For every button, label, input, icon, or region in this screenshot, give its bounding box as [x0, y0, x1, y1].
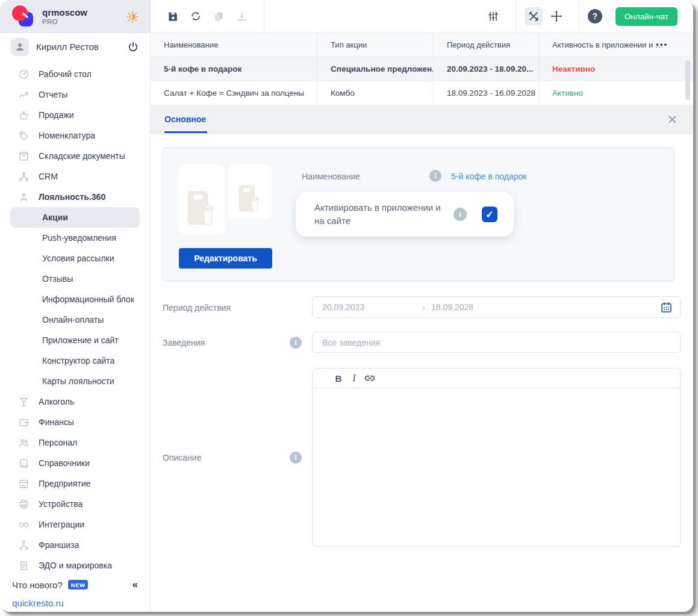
sidebar-item-crm[interactable]: CRM [0, 166, 150, 187]
sidebar-subitem-loyalty-cards[interactable]: Карты лояльности [10, 371, 140, 391]
sidebar-item-label: Онлайн-оплаты [42, 315, 104, 325]
franchise-icon [18, 540, 30, 551]
whats-new-row[interactable]: Что нового? NEW [0, 576, 150, 594]
sidebar-item-label: Карты лояльности [42, 376, 114, 386]
enterprise-icon [18, 478, 30, 490]
refresh-button[interactable] [187, 7, 205, 25]
quickresto-logo-icon [11, 5, 35, 29]
sidebar-item-label: Алкоголь [39, 397, 74, 406]
venues-input[interactable]: Все заведения [312, 332, 681, 353]
tab-main[interactable]: Основное [164, 105, 206, 133]
sidebar-item-nomenclature[interactable]: Номенклатура [0, 125, 150, 146]
sidebar-item-alcohol[interactable]: Алкоголь [0, 391, 150, 412]
activate-label: Активировать в приложении и на сайте [314, 201, 450, 228]
devices-icon [18, 499, 30, 510]
copy-icon [213, 11, 225, 22]
nomenclature-icon [18, 130, 30, 142]
sidebar-item-label: Персонал [39, 438, 77, 447]
sidebar-item-sales[interactable]: Продажи [0, 105, 150, 125]
sidebar-item-reports[interactable]: Отчеты [0, 84, 150, 105]
desktop-icon [18, 69, 30, 80]
user-row[interactable]: Кирилл Рестов [0, 33, 150, 60]
description-textarea[interactable] [313, 388, 680, 547]
sidebar-item-finance[interactable]: Финансы [0, 412, 150, 432]
sidebar-item-label: Рабочий стол [39, 69, 92, 79]
edit-button[interactable]: Редактировать [179, 248, 272, 269]
close-icon[interactable] [667, 113, 678, 126]
sidebar: qrmoscow PRO Кирилл Рестов [0, 0, 151, 612]
sidebar-item-label: Условия рассылки [42, 254, 114, 263]
sidebar-item-label: Предприятие [39, 479, 90, 488]
italic-button[interactable]: I [346, 371, 362, 385]
sidebar-item-edo[interactable]: ЭДО и маркировка [0, 555, 150, 576]
activate-checkbox[interactable] [482, 207, 497, 222]
sidebar-item-devices[interactable]: Устройства [0, 494, 150, 514]
move-mode-button[interactable] [547, 7, 566, 25]
sidebar-item-enterprise[interactable]: Предприятие [0, 473, 150, 494]
sidebar-item-franchise[interactable]: Франшиза [0, 535, 150, 555]
staff-icon [18, 437, 30, 449]
cell-period: 18.09.2023 - 16.09.2028 [434, 81, 539, 105]
sidebar-item-warehouse[interactable]: Складские документы [0, 146, 150, 166]
promo-image-large [179, 164, 225, 234]
sidebar-subitem-reviews[interactable]: Отзывы [10, 269, 140, 289]
detail-panel: Наименование 5-й кофе в подарок Активиро… [151, 134, 693, 612]
sidebar-item-label: Интеграции [39, 520, 84, 529]
period-to-value: 18.09.2028 [431, 302, 473, 312]
sidebar-subitem-app-site[interactable]: Приложение и сайт [10, 330, 140, 350]
sidebar-item-label: Push-уведомления [42, 233, 116, 243]
download-button[interactable] [232, 7, 251, 25]
link-button[interactable] [362, 371, 378, 385]
sidebar-item-loyalty[interactable]: Лояльность.360 [0, 187, 150, 207]
sidebar-item-label: Справочники [39, 458, 90, 468]
venues-info-icon[interactable] [290, 337, 302, 349]
filter-settings-button[interactable] [484, 7, 502, 25]
app-window: qrmoscow PRO Кирилл Рестов [0, 0, 693, 612]
calendar-icon[interactable] [660, 301, 673, 314]
table-row[interactable]: Салат + Кофе = Сэндвич за полцены Комбо … [151, 81, 693, 105]
column-header-activity[interactable]: Активность в приложении и н... [539, 33, 693, 57]
column-settings-ellipsis-icon[interactable] [656, 40, 668, 49]
activate-info-icon[interactable] [453, 208, 467, 221]
help-button[interactable] [588, 9, 602, 23]
user-avatar [11, 38, 29, 56]
period-date-input[interactable]: 20.09.2023 18.09.2028 [312, 296, 681, 318]
sidebar-item-desktop[interactable]: Рабочий стол [0, 64, 150, 84]
sidebar-subitem-mailing[interactable]: Условия рассылки [10, 248, 140, 269]
table-scrollbar-thumb[interactable] [685, 60, 690, 100]
sidebar-item-integrations[interactable]: Интеграции [0, 514, 150, 535]
alcohol-icon [18, 396, 30, 408]
cell-status: Активно [539, 81, 693, 105]
sidebar-item-label: Устройства [39, 499, 83, 509]
sidebar-item-label: Приложение и сайт [42, 335, 119, 345]
sidebar-subitem-push[interactable]: Push-уведомления [10, 228, 140, 248]
description-info-icon[interactable] [290, 452, 302, 464]
link-icon [364, 372, 376, 384]
logout-power-icon[interactable] [127, 41, 139, 53]
save-button[interactable] [164, 7, 182, 25]
sidebar-subitem-online-payments[interactable]: Онлайн-оплаты [10, 310, 140, 330]
column-header-type[interactable]: Тип акции [317, 33, 434, 57]
tools-mode-button[interactable] [525, 7, 543, 25]
detail-tabbar: Основное [151, 105, 693, 134]
column-header-period[interactable]: Период действия [434, 33, 539, 57]
reports-icon [18, 89, 30, 101]
sidebar-item-staff[interactable]: Персонал [0, 432, 150, 453]
table-row[interactable]: 5-й кофе в подарок Специальное предложен… [151, 57, 693, 81]
quickresto-site-link[interactable]: quickresto.ru [12, 598, 64, 608]
online-chat-button[interactable]: Онлайн-чат [615, 7, 678, 26]
collapse-sidebar-icon[interactable] [132, 579, 138, 591]
bold-button[interactable]: B [331, 371, 346, 385]
column-header-name[interactable]: Наименование [151, 33, 317, 57]
sidebar-subitem-promotions[interactable]: Акции [10, 207, 140, 228]
crm-icon [18, 171, 30, 182]
copy-button[interactable] [210, 7, 228, 25]
promo-summary-card: Наименование 5-й кофе в подарок Активиро… [163, 148, 675, 281]
main-area: Онлайн-чат Наименование Тип акции Период… [151, 0, 693, 612]
name-info-icon[interactable] [429, 170, 441, 182]
sidebar-subitem-infoblock[interactable]: Информационный блок [10, 289, 140, 310]
sidebar-subitem-site-builder[interactable]: Конструктор сайта [10, 350, 140, 371]
theme-toggle-sun-icon[interactable] [126, 10, 139, 23]
venues-label: Заведения [163, 338, 205, 347]
sidebar-item-references[interactable]: Справочники [0, 453, 150, 473]
